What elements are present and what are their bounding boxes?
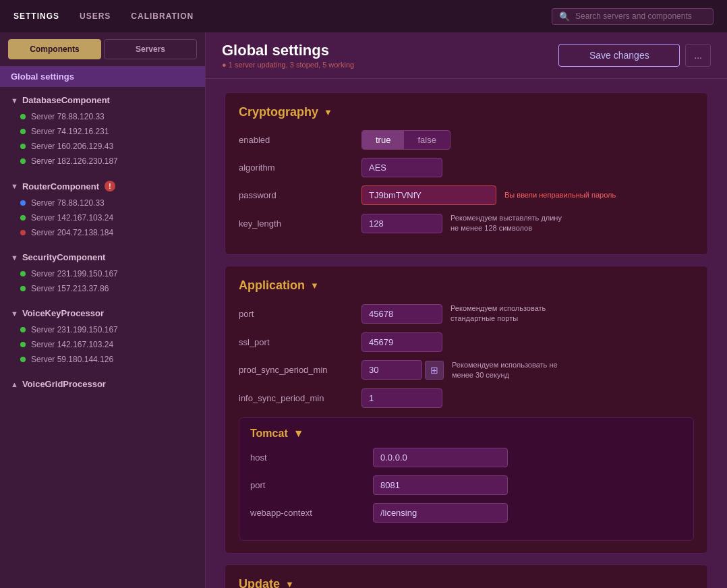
prod-sync-input[interactable] <box>361 360 422 380</box>
tree-parent-security[interactable]: ▼ SecurityComponent <box>0 248 205 266</box>
tab-servers[interactable]: Servers <box>104 39 197 59</box>
application-chevron[interactable]: ▼ <box>310 281 319 291</box>
key-length-row: key_length Рекомендуем выставлять длину … <box>239 213 694 234</box>
tomcat-chevron[interactable]: ▼ <box>293 428 304 440</box>
application-title: Application <box>239 278 305 293</box>
list-item[interactable]: Server 74.192.16.231 <box>0 124 205 139</box>
tomcat-title: Tomcat ▼ <box>250 428 682 440</box>
status-dot-green <box>20 129 26 134</box>
chevron-database: ▼ <box>11 96 18 105</box>
key-length-label: key_length <box>239 218 353 229</box>
status-dot-green <box>20 271 26 276</box>
main-layout: Components Servers Global settings ▼ Dat… <box>0 32 727 588</box>
info-sync-input[interactable] <box>361 388 442 408</box>
tomcat-port-input[interactable] <box>373 475 508 495</box>
list-item[interactable]: Server 231.199.150.167 <box>0 266 205 281</box>
toggle-true[interactable]: true <box>362 131 404 149</box>
list-item[interactable]: Server 204.72.138.184 <box>0 225 205 240</box>
update-chevron[interactable]: ▼ <box>285 579 294 588</box>
tomcat-webapp-input[interactable] <box>373 503 508 523</box>
top-nav: SETTINGS USERS CALIBRATION 🔍 <box>0 0 727 32</box>
app-port-input[interactable] <box>361 304 442 324</box>
application-header: Application ▼ <box>239 278 694 293</box>
stepper-button[interactable]: ⊞ <box>425 361 444 380</box>
status-dot-green <box>20 158 26 164</box>
tomcat-webapp-label: webapp-context <box>250 508 365 518</box>
voicekey-label: VoiceKeyProcessor <box>22 308 104 318</box>
tree-parent-voicekey[interactable]: ▼ VoiceKeyProcessor <box>0 304 205 322</box>
more-button[interactable]: ... <box>685 44 711 67</box>
tomcat-host-row: host <box>250 448 682 467</box>
info-sync-label: info_sync_period_min <box>239 393 353 403</box>
save-button[interactable]: Save changes <box>558 44 680 67</box>
tree-parent-router[interactable]: ▼ RouterComponent ! <box>0 177 205 196</box>
password-error: Вы ввели неправильный пароль <box>504 190 616 200</box>
database-component-label: DatabaseComponent <box>22 95 110 105</box>
cryptography-title: Cryptography <box>239 105 318 119</box>
voicegrid-label: VoiceGridProcessor <box>22 379 106 389</box>
update-section: Update ▼ required true false period <box>225 564 708 588</box>
group-database: ▼ DatabaseComponent Server 78.88.120.33 … <box>0 87 205 173</box>
prod-sync-label: prod_sync_period_min <box>239 365 353 375</box>
search-input[interactable] <box>575 11 706 21</box>
status-dot-green <box>20 357 26 362</box>
error-badge-router: ! <box>105 181 115 192</box>
list-item[interactable]: Server 160.206.129.43 <box>0 139 205 154</box>
ssl-port-row: ssl_port <box>239 332 694 352</box>
enabled-toggle[interactable]: true false <box>361 130 450 150</box>
key-length-hint: Рекомендуем выставлять длину не менее 12… <box>450 213 572 234</box>
password-row: password Вы ввели неправильный пароль <box>239 185 694 205</box>
password-input[interactable] <box>361 185 496 205</box>
content-area: Global settings 1 server updating, 3 sto… <box>206 32 727 588</box>
update-header: Update ▼ <box>239 577 694 588</box>
tab-components[interactable]: Components <box>8 39 101 59</box>
app-port-hint: Рекомендуем использовать стандартные пор… <box>450 303 572 324</box>
status-badge: 1 server updating, 3 stoped, 5 working <box>222 61 558 69</box>
list-item[interactable]: Server 182.126.230.187 <box>0 154 205 169</box>
chevron-voicekey: ▼ <box>11 310 18 318</box>
tomcat-port-row: port <box>250 475 682 495</box>
ssl-port-input[interactable] <box>361 332 442 352</box>
prod-sync-hint: Рекомендуем использовать не менее 30 сек… <box>452 360 573 381</box>
status-dot-green <box>20 114 26 119</box>
title-block: Global settings 1 server updating, 3 sto… <box>222 42 558 69</box>
chevron-security: ▼ <box>11 254 18 262</box>
nav-settings[interactable]: SETTINGS <box>13 9 59 24</box>
status-dot-blue <box>20 200 26 206</box>
header-actions: Save changes ... <box>558 44 711 67</box>
list-item[interactable]: Server 231.199.150.167 <box>0 322 205 337</box>
tomcat-host-input[interactable] <box>373 448 508 467</box>
list-item[interactable]: Server 59.180.144.126 <box>0 352 205 367</box>
tomcat-section: Tomcat ▼ host port webap <box>239 417 694 541</box>
list-item[interactable]: Server 142.167.103.24 <box>0 337 205 352</box>
nav-calibration[interactable]: CALIBRATION <box>131 9 194 24</box>
enabled-label: enabled <box>239 135 353 145</box>
tomcat-port-label: port <box>250 480 365 490</box>
tree-parent-database[interactable]: ▼ DatabaseComponent <box>0 91 205 109</box>
prod-sync-row: prod_sync_period_min ⊞ Рекомендуем испол… <box>239 360 694 381</box>
cryptography-chevron[interactable]: ▼ <box>324 107 332 117</box>
search-bar[interactable]: 🔍 <box>552 8 714 25</box>
status-dot-green <box>20 286 26 291</box>
key-length-input[interactable] <box>361 214 442 233</box>
algorithm-row: algorithm <box>239 158 694 177</box>
enabled-row: enabled true false <box>239 130 694 150</box>
sidebar-global-settings[interactable]: Global settings <box>0 66 205 87</box>
nav-users[interactable]: USERS <box>80 9 111 24</box>
algorithm-input[interactable] <box>361 158 442 177</box>
list-item[interactable]: Server 78.88.120.33 <box>0 196 205 210</box>
toggle-false[interactable]: false <box>404 131 449 149</box>
page-title: Global settings <box>222 42 558 59</box>
content-header: Global settings 1 server updating, 3 sto… <box>206 32 727 79</box>
list-item[interactable]: Server 157.213.37.86 <box>0 281 205 296</box>
list-item[interactable]: Server 142.167.103.24 <box>0 210 205 225</box>
list-item[interactable]: Server 78.88.120.33 <box>0 109 205 124</box>
chevron-router: ▼ <box>11 182 18 190</box>
sidebar-tabs: Components Servers <box>0 32 205 66</box>
prod-sync-stepper: ⊞ <box>361 360 444 380</box>
router-component-label: RouterComponent <box>22 181 99 192</box>
app-port-row: port Рекомендуем использовать стандартны… <box>239 303 694 324</box>
group-security: ▼ SecurityComponent Server 231.199.150.1… <box>0 244 205 300</box>
cryptography-section: Cryptography ▼ enabled true false algori… <box>225 92 708 255</box>
tree-parent-voicegrid[interactable]: ▲ VoiceGridProcessor <box>0 375 205 393</box>
